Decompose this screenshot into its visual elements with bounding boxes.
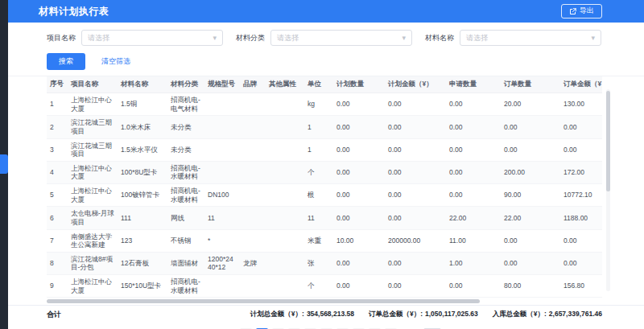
summary-item: 入库总金额（¥）:2,657,339,761.46 [493, 310, 602, 319]
filter-group-material-category: 材料分类请选择▾ [236, 30, 412, 46]
select-project-name[interactable]: 请选择▾ [81, 30, 223, 46]
column-header: 申请数量 [446, 76, 501, 93]
export-button[interactable]: 导出 [561, 4, 602, 19]
table-cell: 156.80 [560, 275, 602, 298]
table-cell: 0.00 [446, 93, 501, 116]
table-cell: 0.00 [560, 138, 602, 161]
table-cell: 0.00 [333, 138, 385, 161]
filter-label: 材料分类 [236, 33, 265, 43]
table-cell: 滨江花城三期项目 [68, 116, 118, 138]
filter-label: 材料名称 [425, 33, 454, 43]
table-cell: 0.00 [333, 207, 385, 229]
summary-item-label: 订单总金额（¥）: [369, 310, 423, 318]
summary-item-value: 1,050,117,025.63 [425, 310, 478, 318]
table-cell: 滨江花城8#项目-分包 [68, 252, 118, 274]
table-cell: 3 [47, 138, 68, 161]
table-cell: 0.00 [560, 252, 602, 274]
table-row: 2滨江花城三期项目1.0米木床未分类10.000.000.000.000.00 [47, 116, 602, 138]
table-cell: 111 [118, 207, 167, 229]
table-cell: 1188.00 [560, 207, 602, 229]
table-cell: 100*8U型卡 [118, 161, 167, 183]
table-cell: 0.00 [501, 229, 560, 252]
table-cell [204, 161, 240, 183]
table-cell [240, 229, 266, 252]
pagination: 共 1673 条 ‹ 123456···84 › 前往 页 [8, 323, 644, 329]
table-cell: 200.00 [501, 161, 560, 183]
table-cell [240, 116, 266, 138]
table-row: 4上海松江中心大厦100*8U型卡招商机电-水暖材料个0.000.000.002… [47, 161, 602, 183]
table-cell: 1 [47, 93, 68, 116]
clear-filters-button[interactable]: 清空筛选 [101, 56, 130, 67]
table-cell: 130.00 [560, 93, 602, 116]
chevron-down-icon: ▾ [402, 35, 406, 42]
select-material-name[interactable]: 请选择▾ [460, 30, 601, 46]
topbar: 材料计划执行表 导出 [8, 0, 644, 23]
table-cell [204, 93, 240, 116]
table-cell: 米重 [304, 229, 333, 252]
table-cell: 1 [304, 116, 333, 138]
table-cell: * [204, 229, 240, 252]
select-placeholder: 请选择 [88, 33, 213, 43]
table-cell: 8 [47, 252, 68, 274]
table-cell: 5 [47, 184, 68, 207]
sidebar-expand-handle[interactable] [0, 154, 8, 174]
filter-bar: 项目名称请选择▾材料分类请选择▾材料名称请选择▾ [8, 23, 644, 48]
main-panel: 材料计划执行表 导出 项目名称请选择▾材料分类请选择▾材料名称请选择▾ 搜索 清… [8, 0, 644, 329]
table-cell: 0.00 [333, 161, 385, 183]
table-cell: 招商机电-水暖材料 [167, 184, 204, 207]
table-cell [266, 184, 304, 207]
search-button[interactable]: 搜索 [47, 53, 85, 70]
table-cell [266, 116, 304, 138]
table-row: 9上海松江中心大厦150*10U型卡招商机电-水暖材料个0.000.000.00… [47, 275, 602, 298]
table-cell: 0.00 [333, 275, 385, 298]
table-cell: 0.00 [501, 116, 560, 138]
table-cell: 10.00 [333, 229, 385, 252]
table-section: 序号项目名称材料名称材料分类规格型号品牌其他属性单位计划数量计划金额（¥）申请数… [8, 76, 644, 298]
column-header: 材料名称 [118, 76, 167, 93]
table-cell: 11.00 [446, 229, 501, 252]
horizontal-scrollbar[interactable] [47, 299, 602, 303]
table-cell: 龙牌 [240, 252, 266, 274]
table-cell: 0.00 [333, 116, 385, 138]
vertical-scrollbar[interactable] [606, 89, 610, 291]
filter-group-material-name: 材料名称请选择▾ [425, 30, 601, 46]
table-cell: 0.00 [446, 116, 501, 138]
table-cell: 0.00 [333, 184, 385, 207]
vertical-scrollbar-thumb[interactable] [606, 91, 610, 191]
table-cell: 6 [47, 207, 68, 229]
summary-item-value: 354,568,213.58 [307, 310, 354, 318]
column-header: 计划数量 [333, 76, 385, 93]
table-cell: 1 [304, 138, 333, 161]
table-cell: 上海松江中心大厦 [68, 161, 118, 183]
app-sidebar [0, 0, 8, 329]
table-cell: 0.00 [385, 184, 446, 207]
table-cell [266, 161, 304, 183]
export-label: 导出 [580, 6, 594, 16]
summary-item-label: 计划总金额（¥）: [250, 310, 304, 318]
table-cell: 20.00 [501, 93, 560, 116]
table-cell [266, 252, 304, 274]
table-row: 8滨江花城8#项目-分包12石膏板墙面辅材1200*2440*12龙牌张0.00… [47, 252, 602, 274]
table-cell: 80.00 [501, 275, 560, 298]
table-cell: 10772.10 [560, 184, 602, 207]
horizontal-scrollbar-thumb[interactable] [47, 299, 480, 303]
page-title: 材料计划执行表 [39, 5, 109, 19]
table-cell: 0.00 [385, 161, 446, 183]
select-material-category[interactable]: 请选择▾ [270, 30, 412, 46]
table-cell [204, 275, 240, 298]
table-cell: 7 [47, 229, 68, 252]
table-cell: 0.00 [385, 138, 446, 161]
table-cell: 0.00 [560, 229, 602, 252]
table-cell [240, 161, 266, 183]
table-cell: 0.00 [501, 138, 560, 161]
column-header: 订单数量 [501, 76, 560, 93]
table-cell: 9 [47, 275, 68, 298]
column-header: 项目名称 [68, 76, 118, 93]
table-cell [240, 138, 266, 161]
table-row: 6太仓电梯-月球项目111网线11110.000.0022.0022.00118… [47, 207, 602, 229]
column-header: 计划金额（¥） [385, 76, 446, 93]
table-cell: 1200*2440*12 [204, 252, 240, 274]
table-cell: 网线 [167, 207, 204, 229]
table-cell: 1.0米木床 [118, 116, 167, 138]
table-cell: 22.00 [446, 207, 501, 229]
